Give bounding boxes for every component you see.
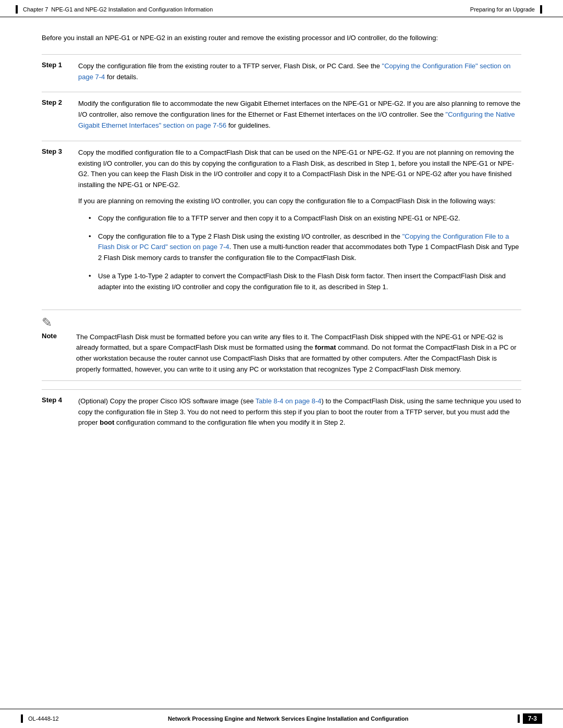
- step-2-label: Step 2: [42, 98, 78, 131]
- header-right-bar: [540, 5, 542, 14]
- bullet-3-text: Use a Type 1-to-Type 2 adapter to conver…: [98, 272, 506, 291]
- header-right: Preparing for an Upgrade: [470, 5, 542, 14]
- page-number: 7-3: [523, 713, 542, 724]
- chapter-label: Chapter 7: [23, 6, 48, 13]
- step-1-text: Copy the configuration file from the exi…: [78, 62, 382, 70]
- page-header: Chapter 7 NPE-G1 and NPE-G2 Installation…: [0, 0, 563, 17]
- step-4-text-end: configuration command to the configurati…: [114, 418, 345, 426]
- step-4-bold-boot: boot: [100, 418, 114, 426]
- step-4-content: (Optional) Copy the proper Cisco IOS sof…: [78, 396, 521, 428]
- footer-left: OL-4448-12: [21, 714, 59, 723]
- step-1-text-after: for details.: [105, 73, 138, 81]
- step-1-label: Step 1: [42, 61, 78, 83]
- step-4-link[interactable]: Table 8-4 on page 8-4: [255, 397, 321, 405]
- step-3: Step 3 Copy the modified configuration f…: [42, 141, 521, 300]
- note-content: The CompactFlash Disk must be formatted …: [76, 332, 521, 375]
- header-left: Chapter 7 NPE-G1 and NPE-G2 Installation…: [16, 5, 213, 14]
- footer-right-bar: [518, 714, 520, 723]
- step-1: Step 1 Copy the configuration file from …: [42, 54, 521, 83]
- bullet-1-text: Copy the configuration file to a TFTP se…: [98, 214, 460, 222]
- step-4-label: Step 4: [42, 396, 78, 428]
- footer-left-bar: [21, 714, 23, 723]
- page-footer: OL-4448-12 Network Processing Engine and…: [0, 709, 563, 728]
- footer-right-container: 7-3: [518, 713, 542, 724]
- intro-paragraph: Before you install an NPE-G1 or NPE-G2 i…: [42, 33, 521, 44]
- step-3-main-text: Copy the modified configuration file to …: [78, 147, 521, 191]
- step-1-content: Copy the configuration file from the exi…: [78, 61, 521, 83]
- note-pencil-icon: ✎: [42, 315, 521, 330]
- main-content: Before you install an NPE-G1 or NPE-G2 i…: [0, 17, 563, 709]
- bullet-item-1: Copy the configuration file to a TFTP se…: [89, 213, 521, 224]
- step-2-text-after: for guidelines.: [226, 121, 271, 129]
- step-4-text-before: (Optional) Copy the proper Cisco IOS sof…: [78, 397, 255, 405]
- note-row: Note The CompactFlash Disk must be forma…: [42, 332, 521, 375]
- step-2-content: Modify the configuration file to accommo…: [78, 98, 521, 131]
- step-4: Step 4 (Optional) Copy the proper Cisco …: [42, 389, 521, 428]
- step-3-bullet-list: Copy the configuration file to a TFTP se…: [89, 213, 521, 293]
- footer-center: Network Processing Engine and Network Se…: [168, 715, 408, 722]
- note-bold-format: format: [315, 343, 336, 351]
- section-title: Preparing for an Upgrade: [470, 6, 535, 13]
- bullet-item-2: Copy the configuration file to a Type 2 …: [89, 231, 521, 264]
- chapter-title: NPE-G1 and NPE-G2 Installation and Confi…: [51, 6, 213, 13]
- doc-number: OL-4448-12: [28, 715, 59, 722]
- step-3-sub-intro: If you are planning on removing the exis…: [78, 196, 521, 207]
- step-3-content: Copy the modified configuration file to …: [78, 147, 521, 300]
- note-label: Note: [42, 332, 68, 340]
- step-2: Step 2 Modify the configuration file to …: [42, 92, 521, 131]
- note-section: ✎ Note The CompactFlash Disk must be for…: [42, 310, 521, 381]
- bullet-item-3: Use a Type 1-to-Type 2 adapter to conver…: [89, 271, 521, 293]
- page: Chapter 7 NPE-G1 and NPE-G2 Installation…: [0, 0, 563, 728]
- step-3-label: Step 3: [42, 147, 78, 300]
- header-left-bar: [16, 5, 18, 14]
- bullet-2-text-before: Copy the configuration file to a Type 2 …: [98, 232, 402, 240]
